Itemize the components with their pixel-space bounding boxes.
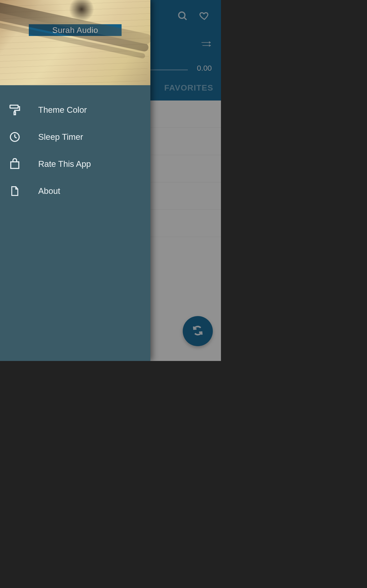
svg-rect-5 — [14, 112, 16, 115]
shopping-bag-icon — [9, 158, 21, 170]
app-screen: 0.00 ST FAVORITES Surah Audio — [0, 0, 221, 361]
drawer-item-label: About — [38, 186, 60, 196]
navigation-drawer: Surah Audio Theme Color — [0, 0, 150, 361]
file-icon — [9, 185, 21, 197]
drawer-item-label: Rate This App — [38, 159, 91, 169]
drawer-item-theme-color[interactable]: Theme Color — [0, 96, 150, 123]
drawer-scrim[interactable] — [150, 0, 221, 361]
drawer-item-label: Sleep Timer — [38, 132, 83, 142]
svg-line-8 — [15, 137, 17, 138]
paint-roller-icon — [9, 104, 21, 116]
clock-icon — [9, 131, 21, 143]
drawer-item-about[interactable]: About — [0, 178, 150, 205]
drawer-item-rate-app[interactable]: Rate This App — [0, 151, 150, 178]
drawer-item-sleep-timer[interactable]: Sleep Timer — [0, 123, 150, 151]
svg-rect-9 — [11, 162, 19, 168]
drawer-header: Surah Audio — [0, 0, 150, 85]
drawer-title: Surah Audio — [29, 24, 122, 36]
svg-rect-4 — [10, 105, 18, 108]
drawer-menu: Theme Color Sleep Timer — [0, 85, 150, 205]
drawer-item-label: Theme Color — [38, 105, 87, 115]
